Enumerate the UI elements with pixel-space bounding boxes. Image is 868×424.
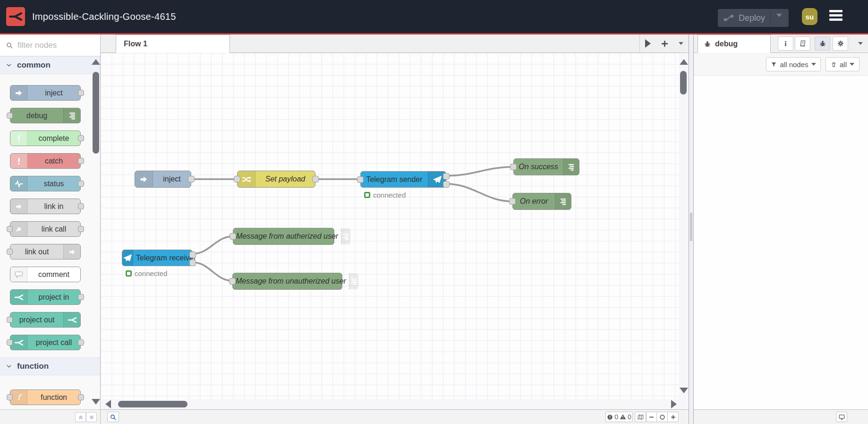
palette-scrollbar-thumb[interactable]: [93, 72, 99, 154]
output-port[interactable]: [78, 135, 84, 141]
flow-list-button[interactable]: [679, 42, 683, 45]
flow-node-telegram-receiver[interactable]: Telegram receiver: [122, 250, 193, 266]
palette-node-status[interactable]: status: [10, 176, 81, 191]
palette-node-complete[interactable]: complete: [10, 130, 81, 146]
debug-clear-button[interactable]: all: [825, 57, 859, 71]
palette-node-inject[interactable]: inject: [10, 85, 81, 101]
palette-scroll-down-arrow[interactable]: [92, 399, 100, 405]
input-port[interactable]: [510, 164, 517, 170]
output-port[interactable]: [78, 394, 84, 400]
output-port-auth[interactable]: [189, 251, 196, 258]
debug-message-list[interactable]: [694, 76, 868, 409]
info-tab-button[interactable]: [778, 36, 793, 51]
output-port[interactable]: [78, 294, 84, 300]
palette-category-function[interactable]: function: [0, 357, 100, 375]
flow-node-telegram-sender[interactable]: Telegram sender: [360, 171, 446, 188]
palette-node-link-in[interactable]: link in: [10, 199, 81, 214]
zoom-out-button[interactable]: [646, 412, 657, 422]
input-port[interactable]: [7, 394, 13, 400]
user-avatar[interactable]: su: [802, 8, 817, 25]
palette-node-catch[interactable]: catch: [10, 153, 81, 169]
zoom-reset-button[interactable]: [657, 412, 668, 422]
project-logo-icon: [10, 335, 27, 350]
function-f-icon: f: [10, 390, 27, 405]
debug-tab-button[interactable]: [815, 36, 830, 51]
flow-node-msg-unauthorized[interactable]: Message from unautherized user: [232, 273, 342, 290]
sidebar-tabbar: debug: [694, 35, 868, 53]
deploy-button[interactable]: Deploy: [718, 9, 789, 27]
output-port[interactable]: [78, 181, 84, 187]
output-port-success[interactable]: [443, 173, 450, 180]
flow-node-set-payload[interactable]: Set payload: [237, 171, 315, 188]
canvas-search-button[interactable]: [107, 412, 119, 422]
deploy-options-button[interactable]: [776, 17, 782, 26]
palette-scroll-up-arrow[interactable]: [92, 59, 100, 65]
help-tab-button[interactable]: [795, 36, 810, 51]
output-port-unauth[interactable]: [189, 260, 196, 266]
output-port[interactable]: [78, 226, 84, 232]
flow-node-msg-authorized[interactable]: Message from autherized user: [233, 228, 334, 245]
canvas-scroll-right-arrow[interactable]: [671, 400, 677, 408]
navigator-button[interactable]: [635, 412, 646, 422]
input-port[interactable]: [357, 176, 364, 183]
input-port[interactable]: [7, 317, 13, 323]
palette-node-link-call[interactable]: link call: [10, 221, 81, 237]
add-flow-button[interactable]: [661, 40, 669, 48]
input-port[interactable]: [229, 278, 236, 285]
category-label: common: [17, 61, 51, 70]
comment-bubble-icon: [10, 267, 27, 282]
canvas-vscrollbar[interactable]: [679, 53, 689, 399]
output-port[interactable]: [78, 90, 84, 96]
input-port[interactable]: [7, 249, 13, 255]
palette-node-link-out[interactable]: link out: [10, 244, 81, 260]
flow-canvas[interactable]: inject Set payload Telegram sender conne…: [101, 53, 689, 399]
palette-search[interactable]: [0, 35, 100, 56]
sidebar-splitter[interactable]: [689, 35, 694, 424]
flow-node-on-success[interactable]: On success: [513, 158, 579, 175]
input-port[interactable]: [7, 339, 13, 346]
scroll-tabs-right-button[interactable]: [645, 39, 651, 48]
output-port[interactable]: [312, 176, 319, 182]
palette-node-function[interactable]: f function: [10, 389, 81, 405]
canvas-hscrollbar[interactable]: [101, 399, 689, 409]
flow-node-on-error[interactable]: On error: [512, 193, 571, 210]
input-port[interactable]: [7, 226, 13, 232]
palette-node-comment[interactable]: comment: [10, 267, 81, 282]
gear-icon: [837, 40, 844, 47]
flow-node-inject[interactable]: inject: [135, 171, 191, 188]
output-port[interactable]: [78, 203, 84, 209]
output-port[interactable]: [78, 339, 84, 346]
collapse-categories-button[interactable]: [75, 412, 86, 422]
canvas-vscrollbar-thumb[interactable]: [680, 71, 687, 95]
input-port[interactable]: [234, 176, 240, 182]
splitter-grip[interactable]: [690, 213, 692, 241]
palette-node-debug[interactable]: debug: [10, 108, 81, 123]
expand-categories-button[interactable]: [86, 412, 97, 422]
palette-node-project-in[interactable]: project in: [10, 289, 81, 305]
palette-node-project-out[interactable]: project out: [10, 312, 81, 328]
debug-filter-button[interactable]: all nodes: [766, 57, 821, 71]
palette-category-common[interactable]: common: [0, 56, 100, 74]
canvas-scroll-left-arrow[interactable]: [105, 400, 111, 408]
right-sidebar: debug: [694, 35, 868, 424]
canvas-hscrollbar-thumb[interactable]: [118, 401, 187, 407]
open-debug-window-button[interactable]: [836, 412, 847, 422]
input-port[interactable]: [7, 112, 13, 119]
output-port[interactable]: [188, 176, 195, 182]
debug-bars-icon: [555, 193, 571, 209]
canvas-scroll-up-arrow[interactable]: [680, 59, 688, 65]
sidebar-options-button[interactable]: [858, 42, 863, 45]
palette-node-project-call[interactable]: project call: [10, 335, 81, 350]
main-menu-button[interactable]: [829, 10, 842, 23]
canvas-scroll-down-arrow[interactable]: [680, 388, 688, 393]
tab-flow-1[interactable]: Flow 1: [116, 35, 230, 53]
input-port[interactable]: [509, 198, 516, 205]
notification-counts[interactable]: 0 0: [605, 412, 633, 422]
palette-filter-input[interactable]: [17, 40, 87, 51]
output-port[interactable]: [78, 158, 84, 164]
config-tab-button[interactable]: [833, 36, 848, 51]
output-port-error[interactable]: [443, 181, 450, 188]
tab-debug[interactable]: debug: [698, 35, 771, 53]
input-port[interactable]: [230, 233, 236, 240]
zoom-in-button[interactable]: [668, 412, 679, 422]
